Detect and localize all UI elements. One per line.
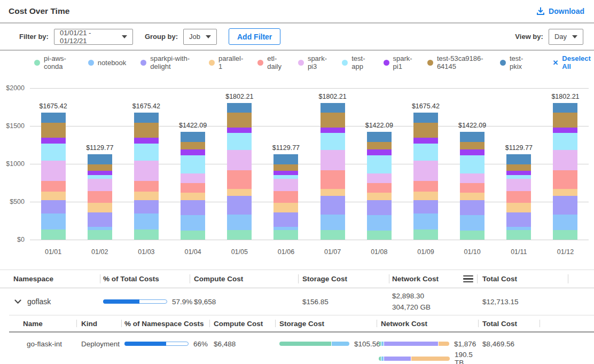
col-total-cost[interactable]: Total Cost: [478, 315, 540, 331]
bar-segment-test-app[interactable]: [181, 155, 205, 173]
bar-segment-spark-pi3[interactable]: [41, 161, 66, 181]
bar-segment-etl-daily[interactable]: [227, 170, 252, 189]
table-row-goflask[interactable]: goflask 57.9% $9,658 $156.85 $2,898.30 3…: [0, 288, 594, 315]
bar-01/01[interactable]: $1675.42: [30, 102, 76, 240]
bar-segment-spark-pi1[interactable]: [227, 128, 252, 133]
bar-segment-parallel-1[interactable]: [413, 192, 438, 200]
bar-segment-pi-aws-conda[interactable]: [41, 230, 66, 240]
bar-segment-spark-pi1[interactable]: [413, 138, 438, 143]
bar-segment-test-53ca9186-64145[interactable]: [88, 164, 112, 171]
bar-segment-parallel-1[interactable]: [367, 193, 392, 200]
bar-segment-etl-daily[interactable]: [41, 181, 66, 192]
bar-01/07[interactable]: $1802.21: [309, 93, 356, 240]
bar-segment-parallel-1[interactable]: [506, 203, 531, 212]
bar-segment-parallel-1[interactable]: [273, 203, 298, 212]
bar-segment-spark-pi1[interactable]: [321, 128, 345, 133]
bar-segment-test-53ca9186-64145[interactable]: [367, 142, 392, 149]
bar-segment-sparkpi-with-delight[interactable]: [506, 212, 531, 227]
bar-01/11[interactable]: $1129.77: [496, 144, 542, 240]
bar-segment-sparkpi-with-delight[interactable]: [273, 212, 298, 227]
bar-segment-pi-aws-conda[interactable]: [273, 230, 298, 240]
bar-01/12[interactable]: $1802.21: [542, 93, 589, 240]
bar-segment-test-53ca9186-64145[interactable]: [181, 142, 205, 149]
bar-segment-sparkpi-with-delight[interactable]: [367, 200, 392, 215]
bar-segment-etl-daily[interactable]: [367, 183, 392, 193]
legend-item-notebook[interactable]: notebook: [88, 59, 127, 67]
legend-item-pi-aws-conda[interactable]: pi-aws-conda: [34, 54, 74, 70]
bar-segment-notebook[interactable]: [460, 215, 484, 231]
bar-segment-notebook[interactable]: [181, 215, 205, 231]
col-total-cost[interactable]: Total Cost: [477, 270, 568, 288]
bar-segment-parallel-1[interactable]: [460, 193, 484, 200]
bar-segment-spark-pi3[interactable]: [460, 173, 484, 183]
bar-segment-test-pkix[interactable]: [88, 154, 112, 164]
bar-segment-test-53ca9186-64145[interactable]: [553, 113, 577, 128]
bar-segment-parallel-1[interactable]: [227, 189, 252, 196]
bar-01/02[interactable]: $1129.77: [76, 144, 123, 240]
bar-segment-sparkpi-with-delight[interactable]: [134, 200, 159, 213]
bar-segment-etl-daily[interactable]: [273, 191, 298, 203]
bar-segment-test-53ca9186-64145[interactable]: [273, 164, 298, 171]
bar-segment-spark-pi3[interactable]: [553, 150, 577, 170]
bar-segment-parallel-1[interactable]: [134, 192, 159, 200]
bar-segment-spark-pi1[interactable]: [181, 149, 205, 156]
bar-segment-test-53ca9186-64145[interactable]: [41, 123, 66, 138]
bar-segment-test-app[interactable]: [41, 144, 66, 161]
bar-segment-pi-aws-conda[interactable]: [553, 230, 577, 240]
bar-segment-test-pkix[interactable]: [413, 113, 438, 123]
bar-segment-pi-aws-conda[interactable]: [227, 230, 252, 240]
bar-segment-test-53ca9186-64145[interactable]: [506, 164, 531, 171]
bar-segment-spark-pi3[interactable]: [321, 150, 345, 170]
bar-segment-etl-daily[interactable]: [134, 181, 159, 192]
menu-icon[interactable]: [463, 275, 473, 283]
bar-segment-pi-aws-conda[interactable]: [413, 230, 438, 240]
bar-segment-parallel-1[interactable]: [321, 189, 345, 196]
bar-01/08[interactable]: $1422.09: [356, 122, 402, 240]
col-namespace[interactable]: Namespace: [0, 270, 100, 288]
bar-segment-spark-pi1[interactable]: [41, 138, 66, 143]
bar-segment-sparkpi-with-delight[interactable]: [88, 212, 112, 227]
bar-segment-spark-pi3[interactable]: [413, 161, 438, 181]
view-by-select[interactable]: Day: [549, 29, 583, 45]
bar-segment-test-pkix[interactable]: [367, 132, 392, 142]
chevron-down-icon[interactable]: [14, 299, 21, 304]
bar-segment-parallel-1[interactable]: [88, 203, 112, 212]
legend-item-etl-daily[interactable]: etl-daily: [257, 54, 284, 70]
bar-segment-spark-pi1[interactable]: [134, 138, 159, 143]
bar-segment-spark-pi1[interactable]: [506, 171, 531, 176]
bar-segment-spark-pi3[interactable]: [227, 150, 252, 170]
bar-segment-test-pkix[interactable]: [321, 103, 345, 113]
legend-item-spark-pi1[interactable]: spark-pi1: [384, 54, 413, 70]
bar-segment-test-app[interactable]: [321, 133, 345, 150]
bar-segment-pi-aws-conda[interactable]: [134, 230, 159, 240]
bar-segment-test-app[interactable]: [227, 133, 252, 150]
bar-segment-test-pkix[interactable]: [227, 103, 252, 113]
bar-segment-test-pkix[interactable]: [460, 132, 484, 142]
bar-segment-etl-daily[interactable]: [88, 191, 112, 203]
bar-segment-test-pkix[interactable]: [181, 132, 205, 142]
bar-01/06[interactable]: $1129.77: [263, 144, 309, 240]
legend-item-parallel-1[interactable]: parallel-1: [209, 54, 243, 70]
col-network-cost[interactable]: Network Cost: [377, 315, 478, 331]
bar-segment-spark-pi3[interactable]: [181, 173, 205, 183]
bar-segment-sparkpi-with-delight[interactable]: [321, 196, 345, 215]
bar-segment-spark-pi1[interactable]: [367, 149, 392, 156]
bar-segment-spark-pi1[interactable]: [553, 128, 577, 133]
bar-segment-etl-daily[interactable]: [460, 183, 484, 193]
bar-segment-spark-pi1[interactable]: [88, 171, 112, 176]
bar-segment-test-app[interactable]: [553, 133, 577, 150]
bar-segment-parallel-1[interactable]: [181, 193, 205, 200]
col-name[interactable]: Name: [9, 315, 76, 331]
download-button[interactable]: Download: [536, 7, 584, 15]
bar-segment-etl-daily[interactable]: [181, 183, 205, 193]
bar-segment-test-53ca9186-64145[interactable]: [321, 113, 345, 128]
group-by-select[interactable]: Job: [183, 29, 217, 45]
col-kind[interactable]: Kind: [76, 315, 121, 331]
bar-segment-etl-daily[interactable]: [321, 170, 345, 189]
bar-segment-spark-pi3[interactable]: [506, 179, 531, 191]
date-range-select[interactable]: 01/01/21 - 01/12/21: [54, 29, 133, 45]
bar-segment-test-53ca9186-64145[interactable]: [460, 142, 484, 149]
namespace-cell[interactable]: goflask: [0, 297, 100, 306]
bar-segment-notebook[interactable]: [227, 215, 252, 230]
bar-segment-pi-aws-conda[interactable]: [506, 230, 531, 240]
